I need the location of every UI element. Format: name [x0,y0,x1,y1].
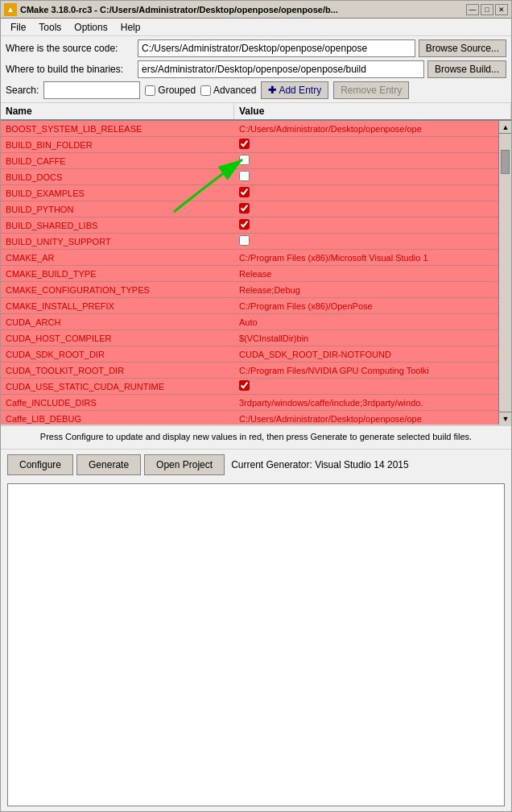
cell-name: BUILD_SHARED_LIBS [1,220,234,231]
table-scroll[interactable]: BOOST_SYSTEM_LIB_RELEASEC:/Users/Adminis… [1,121,498,425]
row-checkbox[interactable] [239,203,250,213]
advanced-checkbox[interactable] [200,85,211,96]
cell-value[interactable] [234,202,498,216]
table-row[interactable]: CUDA_SDK_ROOT_DIRCUDA_SDK_ROOT_DIR-NOTFO… [1,346,498,362]
menu-file[interactable]: File [4,20,32,35]
row-checkbox[interactable] [239,380,250,391]
row-checkbox[interactable] [239,219,250,230]
cell-name: Caffe_LIB_DEBUG [1,413,234,425]
log-area [7,483,505,806]
table-row[interactable]: CUDA_TOOLKIT_ROOT_DIRC:/Program Files/NV… [1,362,498,379]
table-with-scroll: BOOST_SYSTEM_LIB_RELEASEC:/Users/Adminis… [1,121,511,425]
cell-name: CUDA_HOST_COMPILER [1,333,234,344]
cell-value: C:/Users/Administrator/Desktop/openpose/… [234,123,498,135]
search-label: Search: [6,85,39,96]
table-row[interactable]: Caffe_LIB_DEBUGC:/Users/Administrator/De… [1,411,498,425]
search-row: Search: Grouped Advanced ✚ Add Entry Rem… [6,81,506,99]
cell-name: CMAKE_AR [1,252,234,263]
table-row[interactable]: Caffe_INCLUDE_DIRS3rdparty/windows/caffe… [1,395,498,411]
cell-value: C:/Users/Administrator/Desktop/openpose/… [234,413,498,425]
table-row[interactable]: BUILD_EXAMPLES [1,185,498,201]
cell-name: BUILD_CAFFE [1,155,234,167]
title-bar-buttons: — □ ✕ [466,4,508,15]
app-icon: ▲ [4,3,17,16]
status-message: Press Configure to update and display ne… [40,432,472,441]
col-header-name: Name [1,103,234,119]
table-header: Name Value [1,103,511,121]
minimize-button[interactable]: — [466,4,479,15]
configure-button[interactable]: Configure [7,454,73,475]
table-row[interactable]: BUILD_SHARED_LIBS [1,218,498,234]
advanced-checkbox-label[interactable]: Advanced [200,85,256,96]
row-checkbox[interactable] [239,171,250,181]
scroll-down-arrow[interactable]: ▼ [499,412,511,425]
generate-button[interactable]: Generate [76,454,141,475]
open-project-button[interactable]: Open Project [144,454,225,475]
remove-entry-button[interactable]: Remove Entry [333,81,409,99]
cell-value[interactable] [234,186,498,200]
search-input[interactable] [43,81,140,99]
cell-name: CMAKE_CONFIGURATION_TYPES [1,284,234,296]
cell-name: Caffe_INCLUDE_DIRS [1,397,234,408]
close-button[interactable]: ✕ [495,4,508,15]
main-content: Name Value BOOST_SYSTEM_LIB_RELEASEC:/Us… [1,103,511,811]
cell-value[interactable] [234,218,498,232]
table-row[interactable]: BUILD_BIN_FOLDER [1,137,498,153]
source-row: Where is the source code: Browse Source.… [6,39,506,57]
build-label: Where to build the binaries: [6,64,134,75]
cell-value[interactable] [234,234,498,248]
table-row[interactable]: BUILD_DOCS [1,169,498,185]
table-container: Name Value BOOST_SYSTEM_LIB_RELEASEC:/Us… [1,103,511,425]
table-row[interactable]: CUDA_USE_STATIC_CUDA_RUNTIME [1,379,498,395]
source-input[interactable] [138,39,415,57]
menu-help[interactable]: Help [114,20,147,35]
cell-value: C:/Program Files (x86)/OpenPose [234,300,498,312]
menu-tools[interactable]: Tools [32,20,68,35]
source-label: Where is the source code: [6,43,134,54]
table-row[interactable]: BUILD_CAFFE [1,153,498,169]
cell-name: CMAKE_BUILD_TYPE [1,268,234,280]
title-bar: ▲ CMake 3.18.0-rc3 - C:/Users/Administra… [1,1,511,19]
maximize-button[interactable]: □ [481,4,493,15]
grouped-label: Grouped [158,85,196,96]
browse-source-button[interactable]: Browse Source... [419,39,506,57]
cell-value: CUDA_SDK_ROOT_DIR-NOTFOUND [234,349,498,360]
vertical-scrollbar[interactable]: ▲ ▼ [498,121,511,425]
build-input[interactable] [138,60,424,78]
scroll-up-arrow[interactable]: ▲ [499,121,511,134]
cell-name: CUDA_SDK_ROOT_DIR [1,349,234,360]
table-row[interactable]: CMAKE_INSTALL_PREFIXC:/Program Files (x8… [1,298,498,314]
table-row[interactable]: CUDA_HOST_COMPILER$(VCInstallDir)bin [1,330,498,346]
grouped-checkbox-label[interactable]: Grouped [145,85,196,96]
table-row[interactable]: CMAKE_ARC:/Program Files (x86)/Microsoft… [1,250,498,266]
status-bar: Press Configure to update and display ne… [1,425,511,448]
table-row[interactable]: BUILD_UNITY_SUPPORT [1,234,498,250]
table-row[interactable]: BOOST_SYSTEM_LIB_RELEASEC:/Users/Adminis… [1,121,498,137]
row-checkbox[interactable] [239,139,250,149]
table-row[interactable]: CMAKE_CONFIGURATION_TYPESRelease;Debug [1,282,498,298]
row-checkbox[interactable] [239,187,250,197]
cell-value[interactable] [234,138,498,151]
build-row: Where to build the binaries: Browse Buil… [6,60,506,78]
row-checkbox[interactable] [239,155,250,165]
cell-value[interactable] [234,170,498,184]
row-checkbox[interactable] [239,235,250,246]
browse-build-button[interactable]: Browse Build... [427,60,506,78]
cell-name: CUDA_ARCH [1,317,234,328]
main-window: ▲ CMake 3.18.0-rc3 - C:/Users/Administra… [0,0,512,812]
generator-label: Current Generator: Visual Studio 14 2015 [231,459,409,470]
grouped-checkbox[interactable] [145,85,155,96]
cell-name: CUDA_TOOLKIT_ROOT_DIR [1,365,234,376]
table-row[interactable]: CUDA_ARCHAuto [1,314,498,330]
table-row[interactable]: BUILD_PYTHON [1,201,498,218]
cell-value[interactable] [234,154,498,168]
scroll-thumb[interactable] [501,150,510,174]
cell-name: BUILD_BIN_FOLDER [1,139,234,151]
cell-name: BUILD_UNITY_SUPPORT [1,236,234,247]
cell-value: C:/Program Files/NVIDIA GPU Computing To… [234,365,498,376]
plus-icon: ✚ [268,85,276,96]
menu-options[interactable]: Options [68,20,114,35]
table-row[interactable]: CMAKE_BUILD_TYPERelease [1,266,498,282]
cell-value[interactable] [234,379,498,393]
add-entry-button[interactable]: ✚ Add Entry [261,81,328,99]
